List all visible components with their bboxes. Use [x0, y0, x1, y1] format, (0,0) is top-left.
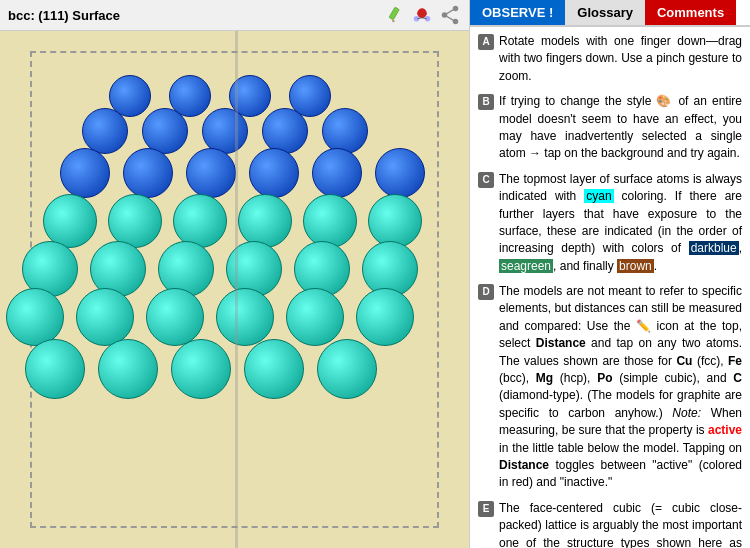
atom[interactable] [303, 194, 357, 248]
atom[interactable] [25, 339, 85, 399]
model-header: bcc: (111) Surface [0, 0, 469, 31]
left-panel: bcc: (111) Surface [0, 0, 470, 548]
atom[interactable] [238, 194, 292, 248]
pencil-icon[interactable] [383, 4, 405, 26]
highlight-brown: brown [617, 259, 654, 273]
atom[interactable] [43, 194, 97, 248]
atom[interactable] [375, 148, 425, 198]
highlight-darkblue: darkblue [689, 241, 739, 255]
svg-point-4 [417, 9, 426, 18]
section-e: E The face-centered cubic (= cubic close… [478, 500, 742, 548]
model-canvas[interactable] [0, 31, 469, 548]
atom[interactable] [322, 108, 368, 154]
svg-rect-2 [393, 21, 395, 23]
tab-bar: OBSERVE ! Glossary Comments [470, 0, 750, 27]
atom[interactable] [123, 148, 173, 198]
atom[interactable] [312, 148, 362, 198]
svg-line-12 [445, 8, 456, 15]
atom[interactable] [368, 194, 422, 248]
atom[interactable] [262, 108, 308, 154]
svg-point-9 [453, 6, 459, 11]
label-c: C [478, 172, 494, 188]
divider [235, 31, 238, 548]
atom[interactable] [171, 339, 231, 399]
section-d: D The models are not meant to refer to s… [478, 283, 742, 492]
atom[interactable] [216, 288, 274, 346]
atom[interactable] [6, 288, 64, 346]
highlight-cyan: cyan [584, 189, 613, 203]
tab-glossary[interactable]: Glossary [565, 0, 645, 25]
highlight-seagreen: seagreen [499, 259, 553, 273]
label-d: D [478, 284, 494, 300]
section-c: C The topmost layer of surface atoms is … [478, 171, 742, 275]
model-title: bcc: (111) Surface [8, 8, 377, 23]
section-a: A Rotate models with one finger down—dra… [478, 33, 742, 85]
text-e: The face-centered cubic (= cubic close-p… [499, 500, 742, 548]
text-c: The topmost layer of surface atoms is al… [499, 171, 742, 275]
tab-comments[interactable]: Comments [645, 0, 736, 25]
right-panel: OBSERVE ! Glossary Comments A Rotate mod… [470, 0, 750, 548]
atom[interactable] [76, 288, 134, 346]
tab-observe[interactable]: OBSERVE ! [470, 0, 565, 25]
atom[interactable] [146, 288, 204, 346]
atom[interactable] [356, 288, 414, 346]
label-e: E [478, 501, 494, 517]
svg-rect-0 [389, 7, 399, 20]
atom[interactable] [249, 148, 299, 198]
atom[interactable] [108, 194, 162, 248]
atom[interactable] [173, 194, 227, 248]
text-b: If trying to change the style 🎨 of an en… [499, 93, 742, 163]
section-b: B If trying to change the style 🎨 of an … [478, 93, 742, 163]
atom[interactable] [286, 288, 344, 346]
atom[interactable] [60, 148, 110, 198]
atom[interactable] [186, 148, 236, 198]
atom[interactable] [82, 108, 128, 154]
share-icon[interactable] [439, 4, 461, 26]
atom[interactable] [98, 339, 158, 399]
label-b: B [478, 94, 494, 110]
content-area[interactable]: A Rotate models with one finger down—dra… [470, 27, 750, 548]
molecule-icon[interactable] [411, 4, 433, 26]
text-d: The models are not meant to refer to spe… [499, 283, 742, 492]
atom[interactable] [317, 339, 377, 399]
svg-line-13 [445, 15, 456, 22]
label-a: A [478, 34, 494, 50]
atom[interactable] [244, 339, 304, 399]
text-a: Rotate models with one finger down—drag … [499, 33, 742, 85]
